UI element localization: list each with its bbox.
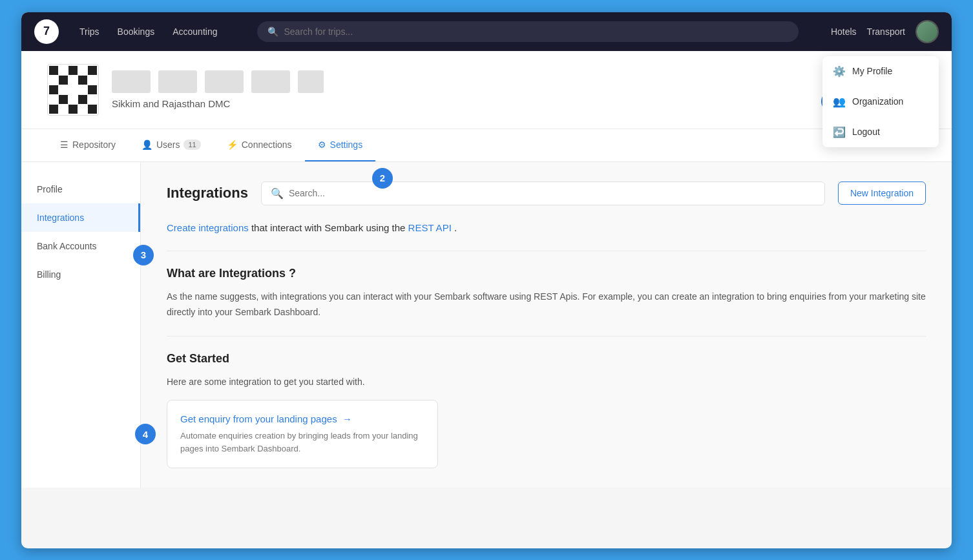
tab-connections[interactable]: ⚡ Connections	[214, 129, 305, 161]
dropdown-my-profile-label: My Profile	[852, 66, 892, 76]
partner-logo-5	[298, 70, 324, 93]
page-title: Integrations	[167, 185, 248, 202]
get-started-desc: Here are some integration to get you sta…	[167, 375, 926, 390]
divider-1	[167, 251, 926, 251]
new-integration-button[interactable]: New Integration	[838, 181, 926, 205]
company-info: Sikkim and Rajasthan DMC	[112, 70, 324, 109]
nav-hotels[interactable]: Hotels	[831, 26, 857, 37]
card-link-desc: Automate enquiries creation by bringing …	[180, 430, 424, 455]
nav-right: Hotels Transport	[831, 20, 939, 43]
dropdown-my-profile[interactable]: ⚙️ My Profile	[822, 56, 939, 87]
search-bar: 🔍	[257, 21, 798, 42]
get-started-card[interactable]: 4 Get enquiry from your landing pages → …	[167, 400, 438, 468]
settings-icon: ⚙	[318, 140, 326, 150]
intro-link-create[interactable]: Create integrations	[167, 222, 249, 233]
logo-checker	[49, 66, 97, 114]
card-link-text: Get enquiry from your landing pages	[180, 413, 337, 424]
tab-repository-label: Repository	[72, 140, 116, 150]
intro-plain-text: that interact with Sembark using the	[251, 222, 408, 233]
users-badge: 11	[183, 140, 200, 150]
nav-accounting[interactable]: Accounting	[165, 23, 225, 41]
avatar-button[interactable]	[915, 20, 939, 43]
what-integrations-title: What are Integrations ?	[167, 267, 926, 280]
connections-icon: ⚡	[227, 140, 238, 150]
integrations-header: Integrations 🔍 New Integration	[167, 181, 926, 205]
integrations-search-box: 🔍	[261, 181, 825, 205]
search-icon: 🔍	[267, 26, 278, 37]
card-arrow-icon: →	[342, 413, 352, 424]
company-logo	[47, 64, 99, 116]
intro-text: Create integrations that interact with S…	[167, 221, 926, 236]
step-badge-2: 2	[372, 168, 393, 189]
company-name: Sikkim and Rajasthan DMC	[112, 98, 324, 109]
step-badge-4: 4	[135, 424, 156, 444]
nav-bookings[interactable]: Bookings	[110, 23, 163, 41]
tab-users-label: Users	[156, 140, 180, 150]
sidebar-item-billing[interactable]: Billing	[21, 260, 140, 289]
what-integrations-desc: As the name suggests, with integrations …	[167, 289, 926, 320]
tab-settings-label: Settings	[330, 140, 363, 150]
dropdown-organization[interactable]: 👥 Organization	[822, 87, 939, 117]
tab-repository[interactable]: ☰ Repository	[47, 129, 129, 161]
intro-link-api[interactable]: REST API	[408, 222, 452, 233]
partner-logo-2	[158, 70, 197, 93]
partner-logo-3	[205, 70, 244, 93]
nav-trips[interactable]: Trips	[72, 23, 107, 41]
company-header: Sikkim and Rajasthan DMC	[21, 51, 952, 129]
partner-logo-1	[112, 70, 151, 93]
nav-transport[interactable]: Transport	[867, 26, 905, 37]
profile-icon: ⚙️	[833, 65, 846, 78]
dropdown-org-label: Organization	[852, 96, 903, 107]
users-icon: 👤	[141, 140, 152, 150]
tabs-bar: ☰ Repository 👤 Users 11 ⚡ Connections ⚙ …	[21, 129, 952, 162]
search-input[interactable]	[284, 26, 788, 37]
content-area: Integrations 🔍 New Integration Create in…	[141, 162, 952, 488]
integrations-search-input[interactable]	[289, 188, 815, 198]
dropdown-logout[interactable]: ↩️ Logout	[822, 117, 939, 147]
dropdown-menu: ⚙️ My Profile 👥 Organization ↩️ Logout	[822, 56, 939, 147]
nav-links: Trips Bookings Accounting	[72, 23, 225, 41]
card-link[interactable]: Get enquiry from your landing pages →	[180, 413, 424, 424]
get-started-title: Get Started	[167, 352, 926, 366]
step-badge-3: 3	[133, 245, 154, 265]
topnav: 7 Trips Bookings Accounting 🔍 Hotels Tra…	[21, 12, 952, 51]
sidebar-item-profile[interactable]: Profile	[21, 175, 140, 203]
search-box-icon: 🔍	[271, 187, 284, 200]
app-logo[interactable]: 7	[34, 19, 59, 44]
sidebar-item-bank-accounts[interactable]: Bank Accounts	[21, 232, 140, 260]
partner-logos	[112, 70, 324, 93]
repository-icon: ☰	[60, 140, 68, 150]
tab-users[interactable]: 👤 Users 11	[129, 129, 214, 161]
main-content: Profile Integrations Bank Accounts Billi…	[21, 162, 952, 488]
intro-period: .	[454, 222, 457, 233]
partner-logo-4	[251, 70, 290, 93]
logout-icon: ↩️	[833, 126, 846, 138]
tab-settings[interactable]: ⚙ Settings	[305, 129, 376, 161]
sidebar: Profile Integrations Bank Accounts Billi…	[21, 162, 141, 488]
dropdown-logout-label: Logout	[852, 127, 880, 137]
sidebar-item-integrations[interactable]: Integrations	[21, 203, 140, 232]
org-icon: 👥	[833, 96, 846, 108]
divider-2	[167, 336, 926, 337]
tab-connections-label: Connections	[242, 140, 292, 150]
